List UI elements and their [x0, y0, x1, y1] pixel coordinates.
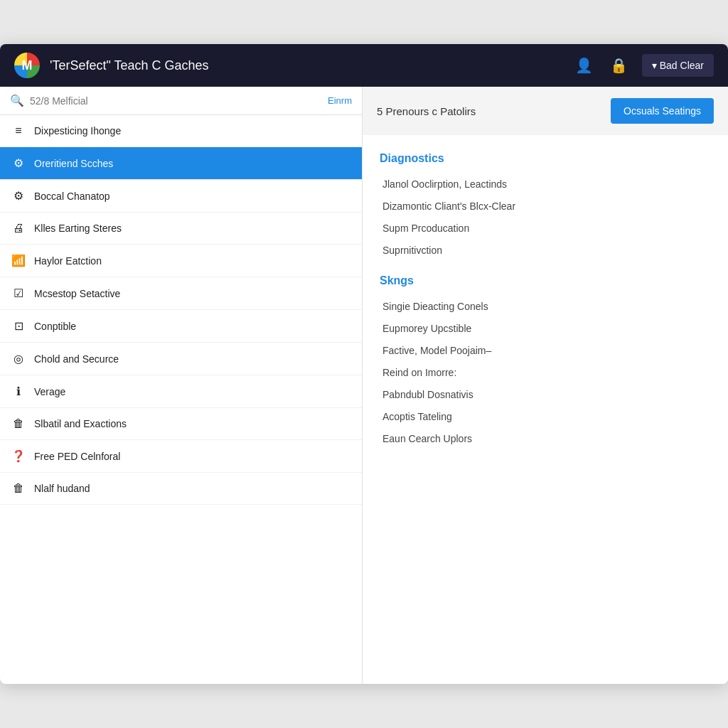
sidebar-item-icon-12: 🗑	[11, 482, 26, 495]
main-content: 🔍 Einrm ≡ Dixpesticing Ihonge ⚙ Oreritie…	[0, 87, 728, 684]
sidebar-item-icon-3: ⚙	[11, 189, 26, 203]
sidebar-item-icon-8: ◎	[11, 352, 26, 365]
sidebar-item-icon-9: ℹ	[11, 385, 26, 398]
search-input[interactable]	[30, 95, 322, 107]
sidebar-item-8[interactable]: ◎ Chold and Securce	[0, 343, 362, 375]
sidebar-item-label-8: Chold and Securce	[34, 353, 119, 365]
bad-clear-dropdown[interactable]: ▾ Bad Clear	[642, 54, 714, 77]
panel-action-button[interactable]: Ocsuals Seatings	[611, 98, 714, 124]
section-skngs-item-1[interactable]: Singie Dieacting Conels	[380, 296, 711, 318]
section-diagnostics-item-1[interactable]: Jlanol Ooclirption, Leactinds	[380, 173, 711, 196]
sidebar-item-label-5: Haylor Eatction	[34, 255, 102, 267]
sidebar-item-label-1: Dixpesticing Ihonge	[34, 125, 121, 136]
sidebar-item-icon-2: ⚙	[11, 156, 26, 170]
sidebar-item-6[interactable]: ☑ Mcsestop Setactive	[0, 277, 362, 310]
right-panel: 5 Prenours c Patolirs Ocsuals Seatings D…	[363, 87, 728, 684]
section-skngs-item-6[interactable]: Acoptis Tateling	[380, 406, 711, 428]
sidebar-item-label-10: Slbatil and Exactions	[34, 418, 127, 429]
sidebar-item-label-4: Klles Earting Steres	[34, 223, 122, 234]
section-skngs-item-2[interactable]: Eupmorey Upcstible	[380, 318, 711, 340]
sidebar-item-label-9: Verage	[34, 386, 65, 397]
sidebar-item-label-2: Oreritiend Scches	[34, 158, 113, 169]
section-skngs-item-3[interactable]: Factive, Model Poojaim–	[380, 340, 711, 362]
lock-icon-button[interactable]: 🔒	[607, 54, 631, 77]
sidebar-item-1[interactable]: ≡ Dixpesticing Ihonge	[0, 115, 362, 147]
section-heading-diagnostics: Diagnostics	[380, 152, 711, 165]
panel-body: DiagnosticsJlanol Ooclirption, Leactinds…	[363, 135, 728, 684]
sidebar-item-icon-10: 🗑	[11, 417, 26, 430]
sidebar-item-label-12: Nlalf hudand	[34, 483, 90, 494]
sidebar-item-5[interactable]: 📶 Haylor Eatction	[0, 245, 362, 277]
sidebar-item-label-7: Conptible	[34, 321, 76, 332]
navbar-icons: 👤 🔒 ▾ Bad Clear	[572, 54, 714, 77]
dropdown-label: ▾ Bad Clear	[652, 60, 704, 71]
app-window: M 'TerSefect" Teach C Gaches 👤 🔒 ▾ Bad C…	[0, 44, 728, 684]
user-icon: 👤	[575, 58, 593, 73]
section-skngs-item-5[interactable]: Pabndubl Dosnativis	[380, 384, 711, 406]
sidebar-item-icon-7: ⊡	[11, 319, 26, 333]
sidebar-item-3[interactable]: ⚙ Boccal Chanatop	[0, 180, 362, 213]
section-heading-skngs: Skngs	[380, 274, 711, 287]
logo-letter: M	[22, 58, 33, 73]
section-skngs-item-7[interactable]: Eaun Cearch Uplors	[380, 428, 711, 450]
navbar: M 'TerSefect" Teach C Gaches 👤 🔒 ▾ Bad C…	[0, 44, 728, 87]
sidebar-item-label-3: Boccal Chanatop	[34, 191, 110, 202]
sidebar-item-label-6: Mcsestop Setactive	[34, 288, 120, 299]
section-skngs-item-4[interactable]: Reind on Imorre:	[380, 362, 711, 384]
sidebar-item-icon-11: ❓	[11, 449, 26, 463]
sidebar-item-11[interactable]: ❓ Free PED Celnforal	[0, 440, 362, 473]
sidebar-item-9[interactable]: ℹ Verage	[0, 375, 362, 408]
sidebar-item-icon-6: ☑	[11, 287, 26, 300]
section-skngs: SkngsSingie Dieacting ConelsEupmorey Upc…	[380, 274, 711, 450]
search-icon: 🔍	[10, 94, 24, 107]
panel-header: 5 Prenours c Patolirs Ocsuals Seatings	[363, 87, 728, 135]
section-diagnostics-item-2[interactable]: Dizamontic Cliant's Blcx-Clear	[380, 196, 711, 218]
sidebar-item-icon-1: ≡	[11, 124, 26, 137]
sidebar-item-10[interactable]: 🗑 Slbatil and Exactions	[0, 408, 362, 440]
sidebar-item-label-11: Free PED Celnforal	[34, 451, 120, 462]
lock-icon: 🔒	[610, 58, 628, 73]
sidebar-item-icon-5: 📶	[11, 254, 26, 267]
panel-title: 5 Prenours c Patolirs	[377, 105, 599, 117]
section-diagnostics-item-3[interactable]: Supm Prcoducation	[380, 218, 711, 240]
section-diagnostics-item-4[interactable]: Suprnitivction	[380, 240, 711, 262]
logo: M	[14, 53, 40, 78]
search-bar: 🔍 Einrm	[0, 87, 362, 115]
sidebar-item-4[interactable]: 🖨 Klles Earting Steres	[0, 213, 362, 245]
navbar-title: 'TerSefect" Teach C Gaches	[50, 58, 572, 73]
sidebar: 🔍 Einrm ≡ Dixpesticing Ihonge ⚙ Oreritie…	[0, 87, 363, 684]
user-icon-button[interactable]: 👤	[572, 54, 596, 77]
search-action-link[interactable]: Einrm	[328, 95, 352, 106]
sidebar-list: ≡ Dixpesticing Ihonge ⚙ Oreritiend Scche…	[0, 115, 362, 684]
sidebar-item-7[interactable]: ⊡ Conptible	[0, 310, 362, 343]
sidebar-item-12[interactable]: 🗑 Nlalf hudand	[0, 473, 362, 505]
sidebar-item-2[interactable]: ⚙ Oreritiend Scches	[0, 147, 362, 180]
sidebar-item-icon-4: 🖨	[11, 222, 26, 235]
section-diagnostics: DiagnosticsJlanol Ooclirption, Leactinds…	[380, 152, 711, 262]
